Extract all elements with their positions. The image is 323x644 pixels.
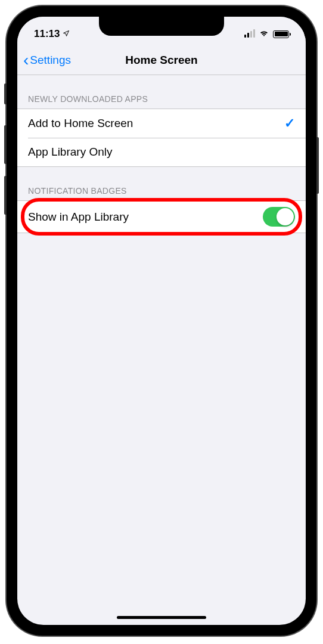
newly-downloaded-group: Add to Home Screen ✓ App Library Only <box>17 109 306 167</box>
section-header-notification-badges: Notification Badges <box>17 167 306 200</box>
content: Newly Downloaded Apps Add to Home Screen… <box>17 75 306 233</box>
battery-icon <box>273 30 289 38</box>
checkmark-icon: ✓ <box>284 116 295 131</box>
back-button[interactable]: ‹ Settings <box>23 52 71 69</box>
option-label: Add to Home Screen <box>28 117 133 130</box>
wifi-icon <box>259 29 269 39</box>
option-app-library-only[interactable]: App Library Only <box>17 138 306 166</box>
toggle-label: Show in App Library <box>28 210 129 224</box>
nav-bar: ‹ Settings Home Screen <box>17 45 306 75</box>
notification-badges-group: Show in App Library <box>17 200 306 233</box>
option-label: App Library Only <box>28 145 113 159</box>
page-title: Home Screen <box>125 54 197 67</box>
notch <box>99 17 224 36</box>
phone-frame: 11:13 ‹ Settings <box>7 6 316 636</box>
toggle-switch[interactable] <box>263 207 295 227</box>
section-header-newly-downloaded: Newly Downloaded Apps <box>17 75 306 109</box>
highlighted-row: Show in App Library <box>17 200 306 233</box>
status-icons <box>244 29 289 39</box>
toggle-knob <box>277 208 294 225</box>
chevron-left-icon: ‹ <box>23 52 29 69</box>
phone-screen: 11:13 ‹ Settings <box>17 17 306 625</box>
option-add-to-home-screen[interactable]: Add to Home Screen ✓ <box>17 109 306 138</box>
toggle-show-in-app-library[interactable]: Show in App Library <box>17 201 306 233</box>
back-label: Settings <box>30 54 71 67</box>
cellular-signal-icon <box>244 30 255 38</box>
status-time: 11:13 <box>34 28 70 40</box>
location-icon <box>63 30 70 39</box>
home-indicator[interactable] <box>117 616 206 619</box>
time-text: 11:13 <box>34 28 60 40</box>
